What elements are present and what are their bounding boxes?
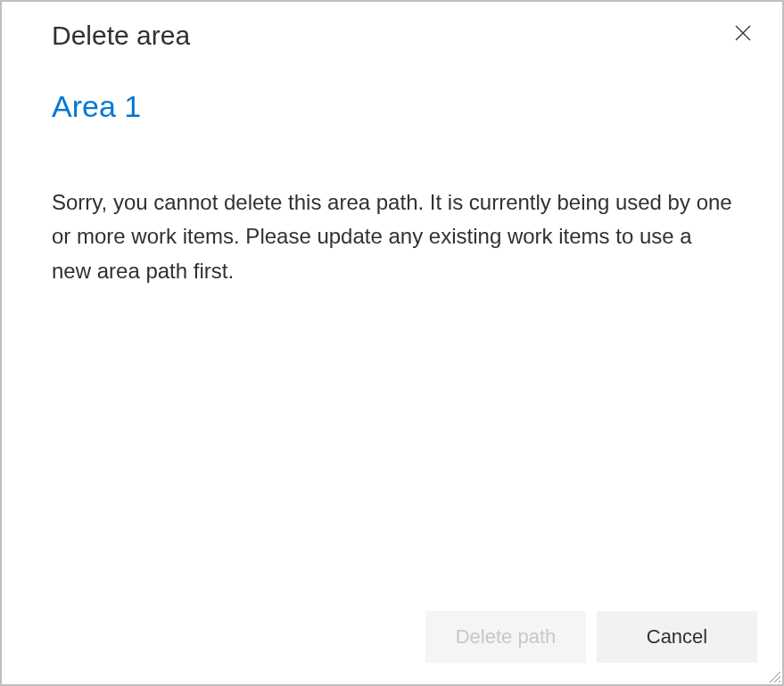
dialog-content: Area 1 Sorry, you cannot delete this are… bbox=[2, 53, 782, 590]
delete-path-button: Delete path bbox=[425, 611, 586, 663]
dialog-title: Delete area bbox=[52, 18, 190, 53]
close-button[interactable] bbox=[729, 20, 757, 48]
dialog-footer: Delete path Cancel bbox=[2, 590, 782, 684]
svg-line-2 bbox=[770, 672, 780, 682]
resize-handle[interactable] bbox=[766, 668, 780, 682]
dialog-header: Delete area bbox=[2, 2, 782, 53]
delete-area-dialog: Delete area Area 1 Sorry, you cannot del… bbox=[0, 0, 784, 686]
cancel-button[interactable]: Cancel bbox=[597, 611, 757, 663]
close-icon bbox=[735, 25, 751, 44]
svg-line-4 bbox=[779, 681, 780, 682]
error-message: Sorry, you cannot delete this area path.… bbox=[52, 186, 732, 288]
area-name-heading: Area 1 bbox=[52, 88, 732, 125]
